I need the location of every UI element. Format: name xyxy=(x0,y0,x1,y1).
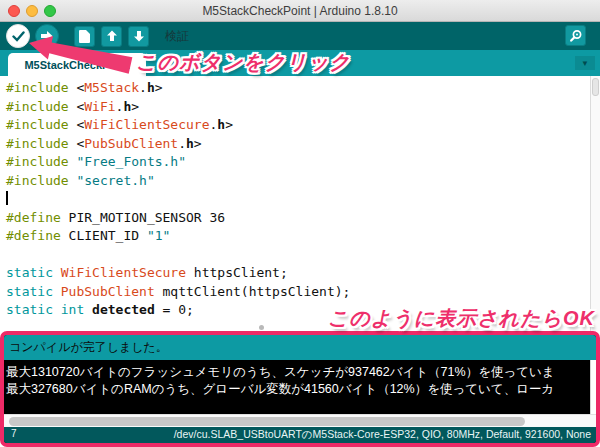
magnifier-icon xyxy=(569,29,583,43)
annotation-ok-message: このように表示されたらOK xyxy=(328,305,595,332)
code-line: #include <PubSubClient.h> xyxy=(6,135,600,154)
text-cursor xyxy=(6,191,8,205)
window-title: M5StackCheckPoint | Arduino 1.8.10 xyxy=(202,4,397,18)
code-line xyxy=(6,190,600,209)
arduino-ide-window: M5StackCheckPoint | Arduino 1.8.10 xyxy=(0,0,600,447)
check-icon xyxy=(12,31,25,42)
code-line xyxy=(6,246,600,265)
editor-scrollbar-thumb[interactable] xyxy=(592,78,599,96)
chevron-down-icon: ▼ xyxy=(581,59,589,68)
compile-status-bar: コンパイルが完了しました。 xyxy=(4,335,596,360)
code-line: #include <WiFiClientSecure.h> xyxy=(6,116,600,135)
title-bar: M5StackCheckPoint | Arduino 1.8.10 xyxy=(0,0,600,22)
toolbar: 検証 xyxy=(0,22,600,50)
right-arrow-icon xyxy=(41,30,53,42)
code-line: #include "Free_Fonts.h" xyxy=(6,153,600,172)
code-line: static PubSubClient mqttClient(httpsClie… xyxy=(6,283,600,302)
code-editor[interactable]: #include <M5Stack.h>#include <WiFi.h>#in… xyxy=(0,76,600,331)
serial-monitor-button[interactable] xyxy=(565,25,586,46)
console-line: 最大327680バイトのRAMのうち、グローバル変数が41560バイト（12%）… xyxy=(6,381,588,398)
code-line: #define PIR_MOTION_SENSOR 36 xyxy=(6,209,600,228)
code-line: static WiFiClientSecure httpsClient; xyxy=(6,264,600,283)
down-arrow-icon xyxy=(133,30,145,42)
open-button[interactable] xyxy=(101,26,122,47)
console-line: 最大1310720バイトのフラッシュメモリのうち、スケッチが937462バイト（… xyxy=(6,364,588,381)
tab-m5stackcheckpoint[interactable]: M5StackCheckPoint xyxy=(8,53,146,76)
console-scrollbar[interactable] xyxy=(590,360,596,414)
code-line: #define CLIENT_ID "1" xyxy=(6,227,600,246)
line-number-indicator: 7 xyxy=(11,428,17,439)
zoom-button[interactable] xyxy=(44,5,56,17)
save-button[interactable] xyxy=(128,26,149,47)
splitter-handle[interactable] xyxy=(259,325,264,330)
verify-tooltip: 検証 xyxy=(165,28,189,45)
code-lines: #include <M5Stack.h>#include <WiFi.h>#in… xyxy=(0,76,600,320)
code-line: #include <WiFi.h> xyxy=(6,98,600,117)
console-output: 最大1310720バイトのフラッシュメモリのうち、スケッチが937462バイト（… xyxy=(4,360,596,414)
new-sketch-button[interactable] xyxy=(74,26,95,47)
console-highlight-box: コンパイルが完了しました。 最大1310720バイトのフラッシュメモリのうち、ス… xyxy=(0,331,600,447)
code-line: #include <M5Stack.h> xyxy=(6,79,600,98)
document-icon xyxy=(79,30,90,43)
traffic-lights xyxy=(8,5,56,17)
close-button[interactable] xyxy=(8,5,20,17)
verify-button[interactable] xyxy=(6,24,30,48)
up-arrow-icon xyxy=(106,30,118,42)
editor-scrollbar[interactable] xyxy=(590,76,600,331)
upload-button[interactable] xyxy=(35,24,59,48)
minimize-button[interactable] xyxy=(26,5,38,17)
annotation-click-button: このボタンをクリック xyxy=(136,49,351,76)
console-hscrollbar-thumb[interactable] xyxy=(9,417,525,426)
code-line: #include "secret.h" xyxy=(6,172,600,191)
board-port-info: /dev/cu.SLAB_USBtoUARTのM5Stack-Core-ESP3… xyxy=(174,428,591,442)
console-hscrollbar[interactable] xyxy=(4,414,596,427)
tab-menu-button[interactable]: ▼ xyxy=(575,56,595,70)
status-bar: 7 /dev/cu.SLAB_USBtoUARTのM5Stack-Core-ES… xyxy=(4,427,596,443)
